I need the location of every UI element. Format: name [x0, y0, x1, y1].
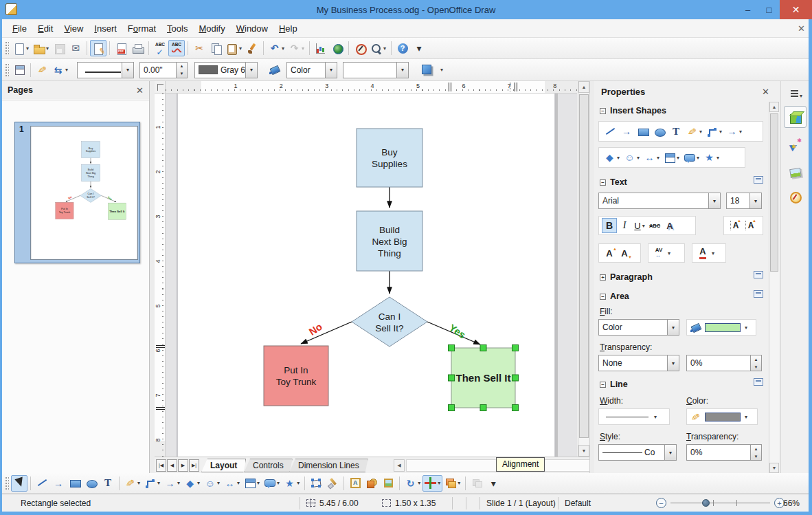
ellipse-icon[interactable]: [83, 475, 100, 492]
new-document-icon[interactable]: ▾: [11, 40, 31, 56]
copy-icon[interactable]: [207, 40, 224, 56]
previous-page-button[interactable]: ◀: [167, 459, 177, 472]
edit-points-icon[interactable]: [308, 475, 324, 492]
curve-icon[interactable]: ▾: [684, 123, 704, 140]
chevron-down-icon[interactable]: ▾: [396, 63, 408, 78]
zoom-icon[interactable]: ▾: [368, 40, 388, 56]
spin-up-icon[interactable]: ▲: [751, 445, 761, 452]
next-page-button[interactable]: ▶: [178, 459, 188, 472]
font-size-select[interactable]: 18 ▾: [726, 193, 762, 209]
italic-button[interactable]: I: [617, 218, 632, 233]
hyperlink-icon[interactable]: [329, 40, 346, 56]
menu-help[interactable]: Help: [273, 21, 303, 36]
font-name-select[interactable]: Arial ▾: [598, 193, 721, 209]
area-transparency-type-select[interactable]: None ▾: [598, 355, 679, 371]
maximize-button[interactable]: □: [758, 0, 780, 19]
collapse-icon[interactable]: −: [600, 179, 606, 186]
selection-handle[interactable]: [512, 345, 519, 351]
vertical-scrollbar[interactable]: ▲ ▼: [578, 81, 589, 457]
connector-icon[interactable]: ▾: [704, 123, 724, 140]
chevron-down-icon[interactable]: ▾: [749, 193, 761, 208]
line-style-select[interactable]: ▾: [77, 62, 134, 78]
toolbar-grip[interactable]: [5, 41, 9, 55]
tab-dimension-lines[interactable]: Dimension Lines: [289, 459, 368, 472]
menu-edit[interactable]: Edit: [32, 21, 58, 36]
open-icon[interactable]: ▾: [31, 40, 51, 56]
menu-format[interactable]: Format: [122, 21, 161, 36]
ellipse-icon[interactable]: [651, 123, 668, 140]
edit-file-icon[interactable]: [90, 40, 106, 56]
sidebar-scrollbar[interactable]: ▲ ▼: [769, 102, 779, 473]
panel-splitter[interactable]: [150, 81, 155, 473]
selection-handle[interactable]: [512, 375, 519, 381]
close-icon[interactable]: ✕: [136, 85, 144, 96]
drawing-overflow-icon[interactable]: ▾: [485, 475, 501, 492]
line-icon[interactable]: [602, 123, 618, 140]
help-icon[interactable]: [394, 40, 411, 56]
scroll-down-icon[interactable]: ▼: [578, 445, 589, 457]
chevron-down-icon[interactable]: ▾: [654, 414, 657, 420]
toolbar-grip[interactable]: [5, 476, 9, 490]
callout-icon[interactable]: ▾: [681, 149, 701, 166]
page-style-status[interactable]: Default: [565, 494, 591, 512]
gallery-tab-icon[interactable]: [784, 135, 807, 157]
symbol-shapes-icon[interactable]: ☺▾: [622, 149, 642, 166]
area-style-icon[interactable]: [266, 62, 282, 78]
area-dialog-launcher-icon[interactable]: [754, 290, 763, 298]
chevron-down-icon[interactable]: ▾: [245, 63, 257, 78]
lines-arrows-icon[interactable]: →▾: [162, 475, 182, 492]
line-width-select[interactable]: ▾: [598, 408, 670, 425]
scroll-up-icon[interactable]: ▲: [578, 81, 589, 93]
tab-controls[interactable]: Controls: [244, 459, 293, 472]
section-text[interactable]: − Text: [600, 177, 627, 187]
chevron-down-icon[interactable]: ▾: [708, 193, 720, 208]
print-icon[interactable]: [129, 40, 146, 56]
tab-layout[interactable]: Layout: [201, 459, 246, 472]
font-color-icon[interactable]: A: [695, 245, 710, 261]
menu-modify[interactable]: Modify: [193, 21, 230, 36]
decrease-font-icon[interactable]: A: [617, 245, 632, 261]
styles-icon[interactable]: [11, 62, 27, 78]
paste-icon[interactable]: ▾: [224, 40, 244, 56]
rotate-icon[interactable]: ↻▾: [403, 475, 422, 492]
toolbar-grip[interactable]: [5, 63, 9, 77]
3d-objects-icon[interactable]: [363, 475, 380, 492]
symbol-shapes-icon[interactable]: ☺▾: [202, 475, 222, 492]
fill-color-select[interactable]: ▾: [343, 62, 409, 78]
save-icon[interactable]: [51, 40, 67, 56]
curve-icon[interactable]: ▾: [122, 475, 142, 492]
format-paintbrush-icon[interactable]: [244, 40, 260, 56]
lines-arrows-icon[interactable]: →▾: [724, 123, 744, 140]
chevron-down-icon[interactable]: ▾: [745, 414, 747, 420]
underline-button[interactable]: U▾: [632, 218, 647, 233]
select-icon[interactable]: [11, 475, 27, 492]
line-dialog-launcher-icon[interactable]: [754, 378, 763, 386]
page-thumbnail[interactable]: 1: [14, 122, 140, 263]
alignment-icon[interactable]: ▾: [422, 475, 442, 492]
arrow-icon[interactable]: →: [50, 475, 67, 492]
chevron-down-icon[interactable]: ▾: [667, 355, 679, 371]
arrow-icon[interactable]: →: [618, 123, 635, 140]
vertical-scrollbar-thumb[interactable]: [579, 94, 589, 438]
line-width-spinner[interactable]: 0.00" ▲▼: [139, 62, 188, 78]
first-page-button[interactable]: |◀: [156, 459, 166, 472]
basic-shapes-icon[interactable]: ◆▾: [182, 475, 202, 492]
rectangle-icon[interactable]: [635, 123, 651, 140]
increase-font-icon[interactable]: A: [602, 245, 617, 261]
undo-icon[interactable]: ↶▾: [267, 40, 286, 56]
collapse-icon[interactable]: −: [600, 382, 606, 388]
strikethrough-button[interactable]: ABC: [647, 218, 662, 233]
menu-tools[interactable]: Tools: [161, 21, 193, 36]
navigator-tab-icon[interactable]: [784, 186, 807, 208]
chevron-down-icon[interactable]: ▾: [664, 445, 676, 460]
fill-type-select[interactable]: Color ▾: [286, 62, 337, 78]
glue-points-icon[interactable]: [324, 475, 341, 492]
title-bar[interactable]: My Business Process.odg - OpenOffice Dra…: [0, 0, 812, 19]
scroll-down-icon[interactable]: ▼: [769, 463, 779, 473]
photos-tab-icon[interactable]: [784, 161, 807, 183]
character-spacing-icon[interactable]: AV↔: [651, 245, 666, 261]
callout-icon[interactable]: ▾: [262, 475, 282, 492]
close-button[interactable]: ✕: [780, 0, 812, 19]
bold-button[interactable]: B: [602, 218, 617, 233]
selection-handle[interactable]: [449, 375, 455, 381]
